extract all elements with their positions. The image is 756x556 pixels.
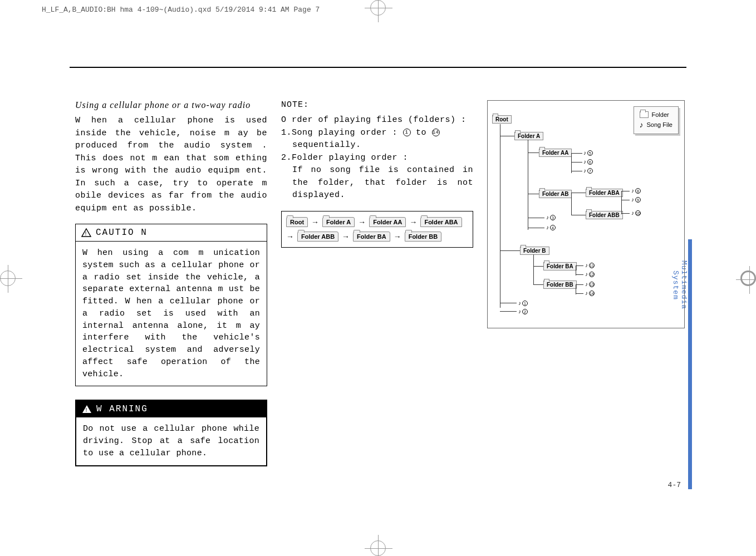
flow-folder-ba: Folder BA: [353, 232, 390, 242]
tree-song-10: ♪10: [631, 210, 641, 216]
tree-folder-b: Folder B: [520, 247, 549, 255]
tree-folder-aa: Folder AA: [539, 149, 572, 157]
crop-mark-left: [0, 270, 16, 286]
warning-icon: !: [82, 405, 92, 414]
arrow-icon: →: [409, 218, 417, 227]
tree-folder-abb: Folder ABB: [586, 211, 623, 219]
arrow-icon: →: [286, 232, 294, 241]
arrow-icon: →: [311, 218, 319, 227]
tree-song-3: ♪3: [546, 214, 556, 220]
crop-mark-right: [740, 270, 756, 286]
flow-folder-bb: Folder BB: [405, 232, 442, 242]
flow-folder-aa: Folder AA: [369, 217, 406, 227]
arrow-icon: →: [358, 218, 366, 227]
qxd-header: H_LF_A,B_AUDIO:BH hma 4-109~(Audio).qxd …: [42, 6, 320, 14]
legend: Folder ♪ Song File: [634, 106, 679, 134]
order-item-2-sub: If no song file is contained in the fold…: [292, 164, 473, 202]
song-file-icon: ♪: [640, 120, 644, 129]
arrow-icon: →: [342, 232, 350, 241]
svg-text:!: !: [85, 407, 89, 414]
flow-row-2: → Folder ABB → Folder BA → Folder BB: [286, 232, 468, 242]
page: H_LF_A,B_AUDIO:BH hma 4-109~(Audio).qxd …: [0, 0, 756, 556]
header-text: H_LF_A,B_AUDIO:BH hma 4-109~(Audio).qxd …: [42, 6, 320, 14]
section-heading: Using a cellular phone or a two-way radi…: [75, 100, 267, 110]
crop-mark-top: [370, 0, 386, 16]
tree-folder-ab: Folder AB: [539, 190, 572, 198]
tree-song-12: ♪12: [585, 271, 595, 277]
warning-label: W ARNING: [96, 404, 148, 414]
tree-song-1: ♪1: [518, 300, 528, 306]
svg-text:!: !: [84, 231, 89, 237]
flow-folder-a: Folder A: [322, 217, 355, 227]
circ-14: 14: [432, 129, 440, 136]
tree-song-11: ♪11: [585, 262, 595, 268]
tree-folder-aba: Folder ABA: [586, 189, 623, 197]
flow-diagram: Root → Folder A → Folder AA → Folder ABA…: [281, 211, 473, 248]
arrow-icon: →: [394, 232, 401, 241]
tree-folder-ba: Folder BA: [543, 262, 577, 270]
caution-icon: !: [81, 228, 91, 237]
order-item-2: 2.Folder playing order :: [281, 152, 473, 165]
warning-box: ! W ARNING Do not use a cellular phone w…: [75, 400, 267, 466]
legend-song-row: ♪ Song File: [640, 119, 672, 130]
flow-folder-aba: Folder ABA: [420, 217, 462, 227]
tree-song-9: ♪9: [631, 196, 641, 203]
tree-song-14: ♪14: [585, 290, 595, 296]
warning-body: Do not use a cellular phone while drivin…: [76, 417, 266, 465]
tree-folder-a: Folder A: [514, 132, 543, 140]
legend-song-label: Song File: [647, 121, 672, 128]
order-to: to: [411, 128, 432, 137]
tree-folder-bb: Folder BB: [543, 281, 577, 289]
order-item-1-pre: 1.Song playing order :: [281, 128, 403, 137]
warning-header: ! W ARNING: [76, 401, 266, 417]
tree-song-2: ♪2: [518, 308, 528, 314]
tree-song-8: ♪8: [631, 188, 641, 194]
top-rule: [70, 67, 686, 68]
tree-song-5: ♪5: [583, 150, 593, 156]
legend-folder-label: Folder: [652, 111, 669, 118]
caution-box: ! CAUTIO N W hen using a com m unication…: [75, 224, 267, 386]
order-intro: O rder of playing files (folders) :: [281, 114, 473, 127]
caution-header: ! CAUTIO N: [76, 224, 267, 242]
crop-mark-bottom: [370, 540, 386, 556]
caution-body: W hen using a com m unication system suc…: [76, 242, 267, 386]
column-2: NOTE: O rder of playing files (folders) …: [281, 100, 473, 466]
tree-song-6: ♪6: [583, 159, 593, 165]
order-item-1: 1.Song playing order : 1 to 14: [281, 127, 473, 140]
tree-song-4: ♪4: [546, 224, 556, 230]
note-header: NOTE:: [281, 100, 473, 110]
content: Using a cellular phone or a two-way radi…: [75, 100, 685, 466]
section-body: W hen a cellular phone is used inside th…: [75, 115, 267, 215]
tree-song-13: ♪13: [585, 281, 595, 287]
folder-icon: [640, 111, 649, 118]
flow-root: Root: [286, 217, 308, 227]
flow-row-1: Root → Folder A → Folder AA → Folder ABA: [286, 217, 468, 227]
tree-diagram: Folder ♪ Song File Root Folder A Folder …: [487, 100, 685, 328]
legend-folder-row: Folder: [640, 110, 672, 119]
tree-song-7: ♪7: [583, 168, 593, 174]
column-1: Using a cellular phone or a two-way radi…: [75, 100, 267, 466]
column-3: Folder ♪ Song File Root Folder A Folder …: [487, 100, 685, 466]
caution-label: CAUTIO N: [96, 228, 148, 238]
page-number: 4-7: [668, 481, 681, 489]
side-bar-blank: [688, 67, 692, 239]
tree-root: Root: [492, 115, 512, 124]
order-item-1-post: sequentially.: [292, 139, 473, 152]
circ-1: 1: [403, 129, 411, 136]
flow-folder-abb: Folder ABB: [297, 232, 338, 242]
